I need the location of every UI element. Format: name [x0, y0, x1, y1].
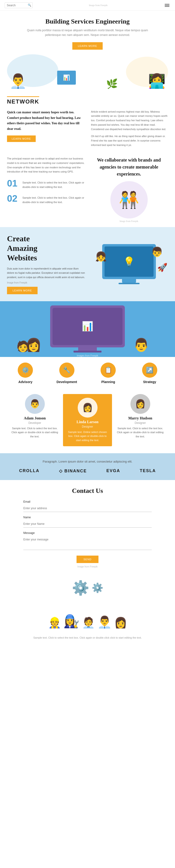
- network-learn-more-button[interactable]: LEARN MORE: [7, 135, 36, 142]
- services-section: ⚙️ Advisory 🔧 Development 📋 Planning ↗️ …: [0, 357, 175, 389]
- network-left-text: Quick can manor smart money hopes worth …: [7, 110, 84, 132]
- service-development: 🔧 Development: [46, 363, 88, 384]
- development-icon: 🔧: [59, 363, 75, 378]
- team-card-marry: 👩 Marry Hudson Designer Sample text. Cli…: [116, 394, 165, 446]
- contact-section: Contact Us Email Name Message SEND Image…: [0, 480, 175, 575]
- strategy-icon: ↗️: [142, 363, 157, 378]
- create-img-credit: Image from Freepik: [7, 281, 85, 284]
- step-1-text: Sample text. Click to select the text bo…: [22, 179, 85, 189]
- email-input[interactable]: [23, 505, 152, 512]
- step-2-text: Sample text. Click to select the text bo…: [22, 194, 85, 204]
- network-content: Quick can manor smart money hopes worth …: [0, 107, 175, 152]
- logo-crolla: CROLLA: [19, 468, 39, 473]
- adam-name: Adam Jonson: [10, 416, 59, 421]
- step-2-number: 02: [7, 194, 19, 203]
- main-description: The principal reason we continue to adap…: [7, 156, 85, 174]
- blue-illustration: 📊 👩 👨 🧑: [7, 306, 168, 352]
- create-learn-more-button[interactable]: LEARN MORE: [7, 287, 37, 294]
- hero-section: Building Services Engineering Quam nulla…: [0, 11, 175, 52]
- create-heading: Create Amazing Websites: [7, 234, 85, 262]
- network-right-para2: Oh led if up still like. He as thing rap…: [91, 134, 168, 147]
- blue-img-credit: Images from Freepik: [7, 352, 168, 357]
- advisory-icon: ⚙️: [18, 363, 33, 378]
- adam-avatar: 👨: [25, 394, 45, 414]
- hamburger-menu[interactable]: [164, 3, 170, 8]
- step-2: 02 Sample text. Click to select the text…: [7, 194, 85, 204]
- presenter-figure: 👨‍💼: [5, 73, 27, 89]
- marry-avatar: 👩: [130, 394, 150, 414]
- search-icon: 🔍: [28, 3, 31, 7]
- step-1: 01 Sample text. Click to select the text…: [7, 179, 85, 189]
- service-strategy: ↗️ Strategy: [129, 363, 171, 384]
- footer-text: Sample text. Click to select the text bo…: [0, 633, 175, 645]
- strategy-label: Strategy: [129, 380, 171, 384]
- create-description: Duis aute irure dolor in reprehenderit i…: [7, 267, 85, 280]
- marry-desc: Sample text. Click to select the text bo…: [116, 427, 165, 439]
- team-section: 👨 Adam Jonson Developer Sample text. Cli…: [0, 389, 175, 453]
- gear-illustration: ⚙️ ⚙️: [5, 580, 170, 596]
- collaborate-heading: We collaborate with brands and agencies …: [90, 156, 168, 178]
- steps-section: The principal reason we continue to adap…: [0, 152, 175, 227]
- network-left: Quick can manor smart money hopes worth …: [7, 110, 84, 147]
- email-label: Email: [23, 500, 152, 503]
- logo-credit: Image from Freepik: [89, 4, 108, 6]
- linda-avatar: 👩: [78, 398, 97, 417]
- hero-illustration: 👨‍💼 📊 🌿 👩‍💻: [0, 52, 175, 92]
- logos-row: CROLLA ◇ BINANCE EVGA TESLA: [9, 468, 166, 473]
- network-right: Article evident arrived express highest …: [91, 110, 168, 147]
- planning-label: Planning: [88, 380, 129, 384]
- linda-name: Linda Larson: [67, 420, 108, 424]
- collaborate-illustration: 🧑‍🤝‍🧑: [90, 181, 168, 218]
- development-label: Development: [46, 380, 88, 384]
- marry-role: Designer: [116, 421, 165, 425]
- message-label: Message: [23, 531, 152, 535]
- create-right: 💡 👧 👦 🚀: [90, 239, 168, 290]
- logo-binance: ◇ BINANCE: [59, 468, 87, 473]
- name-group: Name: [23, 516, 152, 528]
- logo-tesla: TESLA: [140, 468, 156, 473]
- message-input[interactable]: [23, 536, 152, 550]
- hero-description: Quam nulla porttitor massa id neque aliq…: [27, 28, 148, 37]
- hero-learn-more-button[interactable]: LEARN MORE: [72, 42, 103, 50]
- team-card-adam: 👨 Adam Jonson Developer Sample text. Cli…: [10, 394, 59, 446]
- presentation-board: 📊: [57, 71, 76, 85]
- collaborate-img-credit: Image from Freepik: [90, 220, 168, 222]
- create-left: Create Amazing Websites Duis aute irure …: [7, 234, 85, 294]
- name-label: Name: [23, 516, 152, 519]
- service-planning: 📋 Planning: [88, 363, 129, 384]
- team-card-linda: 👩 Linda Larson Designer Sample text. Onl…: [63, 394, 112, 446]
- service-advisory: ⚙️ Advisory: [5, 363, 46, 384]
- partners-section: Paragraph. Lorem ipsum dolor sit amet, c…: [0, 453, 175, 480]
- search-bar[interactable]: 🔍: [5, 2, 33, 8]
- adam-role: Developer: [10, 421, 59, 425]
- linda-desc: Sample text. Online select chosen box. C…: [67, 430, 108, 442]
- hero-title: Building Services Engineering: [14, 18, 161, 25]
- linda-role: Designer: [67, 425, 108, 428]
- marry-name: Marry Hudson: [116, 416, 165, 421]
- bottom-illustration: ⚙️ ⚙️ 👷 👩‍🔧 🧑‍💼 👨‍💼 👩: [0, 575, 175, 633]
- steps-left: The principal reason we continue to adap…: [7, 156, 85, 222]
- search-input[interactable]: [7, 4, 28, 7]
- send-button[interactable]: SEND: [77, 556, 99, 563]
- create-section: Create Amazing Websites Duis aute irure …: [0, 227, 175, 301]
- logo-evga: EVGA: [107, 468, 120, 473]
- contact-img-credit: Image from Freepik: [23, 565, 152, 568]
- email-group: Email: [23, 500, 152, 512]
- planning-icon: 📋: [100, 363, 116, 378]
- message-group: Message: [23, 531, 152, 551]
- step-1-number: 01: [7, 179, 19, 188]
- bottom-figures: 👷 👩‍🔧 🧑‍💼 👨‍💼 👩: [5, 601, 170, 629]
- footer-paragraph: Sample text. Click to select the text bo…: [14, 636, 161, 640]
- advisory-label: Advisory: [5, 380, 46, 384]
- name-input[interactable]: [23, 520, 152, 528]
- network-label: NETWORK: [7, 96, 39, 105]
- network-section: NETWORK: [0, 92, 175, 107]
- plant-figure: 🌿: [106, 78, 118, 89]
- header: 🔍 Image from Freepik: [0, 0, 175, 11]
- network-right-para1: Article evident arrived express highest …: [91, 110, 168, 131]
- partners-tagline: Paragraph. Lorem ipsum dolor sit amet, c…: [9, 460, 166, 463]
- contact-title: Contact Us: [23, 487, 152, 495]
- blue-section: 📊 👩 👨 🧑 Images from Freepik: [0, 301, 175, 357]
- adam-desc: Sample text. Click to select the text bo…: [10, 427, 59, 439]
- desk-person-figure: 👩‍💻: [148, 73, 170, 89]
